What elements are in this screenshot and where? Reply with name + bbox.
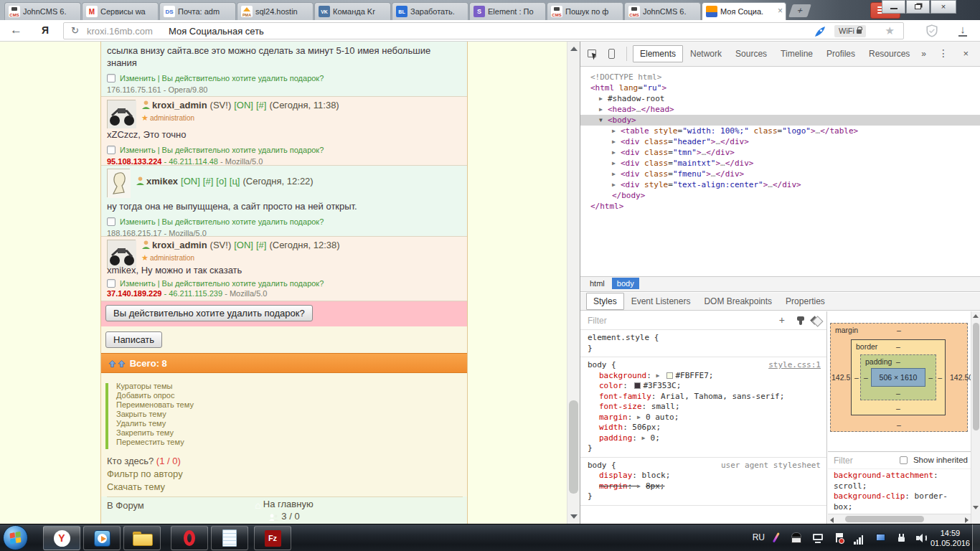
menu-item-curators[interactable]: Кураторы темы bbox=[116, 382, 463, 391]
browser-tab-active-social[interactable]: Моя Социа.× bbox=[702, 2, 786, 20]
dom-tree-line[interactable]: ▶<table style="width: 100%;" class="logo… bbox=[580, 126, 980, 136]
scroll-top-icon[interactable] bbox=[108, 359, 116, 370]
anchor-link[interactable]: [#] bbox=[256, 240, 266, 250]
c-link[interactable]: [ц] bbox=[230, 176, 240, 187]
download-icon[interactable]: ↓ bbox=[956, 23, 969, 37]
devtools-tab-sources[interactable]: Sources bbox=[729, 46, 773, 62]
action-center-flag-icon[interactable] bbox=[834, 532, 845, 544]
browser-tab-search[interactable]: CMSПошук по ф bbox=[547, 2, 623, 20]
new-tab-button[interactable]: + bbox=[788, 4, 811, 17]
omnibox[interactable]: ↻ kroxi.16mb.com Моя Социальная сеть WiF… bbox=[63, 22, 904, 39]
new-style-rule-icon[interactable]: + bbox=[779, 314, 785, 326]
browser-tab-mail[interactable]: DSПочта: adm bbox=[159, 2, 236, 20]
scroll-top-icon[interactable] bbox=[118, 359, 126, 370]
browser-tab-services[interactable]: MСервисы wa bbox=[82, 2, 159, 20]
back-button[interactable]: ← bbox=[10, 23, 22, 37]
devtools-menu-icon[interactable]: ⋮ bbox=[938, 47, 948, 59]
css-property[interactable]: font-family: Arial, Tahoma, sans-serif; bbox=[580, 392, 826, 402]
turbo-rocket-icon[interactable] bbox=[814, 26, 826, 37]
protect-shield-icon[interactable] bbox=[925, 24, 938, 37]
dom-tree-line[interactable]: ▶<div class="header">…</div> bbox=[580, 136, 980, 147]
devtools-tab-profiles[interactable]: Profiles bbox=[820, 46, 862, 62]
pin-icon[interactable] bbox=[799, 316, 802, 325]
sidebar-tab-properties[interactable]: Properties bbox=[779, 293, 831, 309]
network-signal-icon[interactable] bbox=[854, 533, 865, 545]
css-property[interactable]: color: #3F353C; bbox=[580, 381, 826, 392]
delete-gift-link[interactable]: Вы действительно хотите удалить подарок? bbox=[162, 217, 324, 226]
browser-tab-johncms-1[interactable]: CMSJohnCMS 6. bbox=[4, 2, 81, 20]
devtools-tab-timeline[interactable]: Timeline bbox=[774, 46, 819, 62]
menu-item-pin-topic[interactable]: Закрепить тему bbox=[116, 428, 463, 438]
css-rule-user-agent[interactable]: user agent stylesheetbody { display: blo… bbox=[580, 458, 826, 506]
window-close-button[interactable]: × bbox=[930, 0, 956, 14]
browser-tab-earn[interactable]: BLЗаработать. bbox=[392, 2, 468, 20]
anchor-link[interactable]: [#] bbox=[256, 100, 266, 110]
online-link[interactable]: [ON] bbox=[181, 176, 200, 187]
show-inherited-checkbox[interactable] bbox=[900, 456, 908, 464]
sidebar-tab-dom-breakpoints[interactable]: DOM Breakpoints bbox=[697, 293, 778, 309]
edit-link[interactable]: Изменить bbox=[120, 146, 156, 154]
post-checkbox[interactable] bbox=[107, 74, 116, 83]
scrollbar-thumb[interactable] bbox=[569, 400, 578, 494]
scroll-left-icon[interactable] bbox=[830, 517, 834, 523]
taskbar-media-player[interactable] bbox=[83, 526, 121, 550]
edit-link[interactable]: Изменить bbox=[120, 217, 156, 226]
menu-item-rename-topic[interactable]: Переименовать тему bbox=[116, 400, 463, 410]
mail-agent-icon[interactable] bbox=[791, 532, 802, 544]
dom-tree-line[interactable]: ▶<div style="text-align:center">…</div> bbox=[580, 179, 980, 190]
who-is-here[interactable]: Кто здесь? (1 / 0) bbox=[107, 456, 463, 466]
delete-gift-link[interactable]: Вы действительно хотите удалить подарок? bbox=[162, 146, 324, 154]
scrollbar-down-icon[interactable] bbox=[973, 506, 979, 509]
toggle-element-state-icon[interactable] bbox=[810, 316, 819, 325]
dom-tree-line[interactable]: ▶<div class="maintxt">…</div> bbox=[580, 158, 980, 169]
punto-switcher-icon[interactable] bbox=[768, 530, 784, 546]
o-link[interactable]: [о] bbox=[216, 176, 226, 187]
online-link[interactable]: [ON] bbox=[234, 100, 253, 110]
post-checkbox[interactable] bbox=[107, 217, 116, 226]
dom-tree-line[interactable]: <html lang="ru"> bbox=[580, 83, 980, 93]
metrics-vertical-scrollbar[interactable] bbox=[971, 311, 980, 524]
css-property[interactable]: background: ▶#FBFFE7; bbox=[580, 371, 826, 382]
sidebar-tab-styles[interactable]: Styles bbox=[586, 293, 624, 310]
css-property[interactable]: font-size: small; bbox=[580, 402, 826, 413]
dom-tree-line-selected[interactable]: ▼<body> bbox=[580, 115, 980, 126]
filter-by-author-link[interactable]: Фильтр по автору bbox=[107, 468, 463, 479]
scrollbar-up-icon[interactable] bbox=[570, 47, 578, 51]
taskbar-opera[interactable] bbox=[171, 526, 208, 550]
sidebar-tab-event-listeners[interactable]: Event Listeners bbox=[625, 293, 697, 309]
taskbar-filezilla[interactable]: Fz bbox=[254, 526, 291, 550]
to-forum-link[interactable]: В Форум bbox=[107, 496, 463, 511]
css-line[interactable]: element.style { bbox=[580, 333, 826, 344]
bookmark-star-icon[interactable]: ★ bbox=[885, 24, 895, 37]
taskbar-notepad[interactable] bbox=[211, 526, 248, 550]
scroll-right-icon[interactable] bbox=[965, 517, 969, 523]
computed-filter-input[interactable]: Filter bbox=[834, 456, 853, 466]
css-source-link[interactable]: style.css:1 bbox=[768, 360, 821, 371]
browser-tab-sql[interactable]: PMAsql24.hostin bbox=[237, 2, 314, 20]
browser-tab-vk[interactable]: VKКоманда Kr bbox=[314, 2, 391, 20]
taskbar-yandex-browser[interactable]: Y bbox=[43, 526, 80, 550]
device-mode-icon[interactable] bbox=[606, 48, 618, 60]
devtools-tab-resources[interactable]: Resources bbox=[862, 46, 916, 62]
browser-tab-johncms-2[interactable]: CMSJohnCMS 6. bbox=[624, 2, 701, 20]
computed-horizontal-scrollbar[interactable] bbox=[828, 514, 971, 524]
delete-gift-link[interactable]: Вы действительно хотите удалить подарок? bbox=[162, 74, 324, 83]
css-line[interactable]: } bbox=[580, 344, 826, 354]
css-property[interactable]: display: block; bbox=[580, 471, 826, 481]
post-checkbox[interactable] bbox=[107, 146, 116, 154]
devtools-tab-network[interactable]: Network bbox=[684, 46, 728, 62]
devtools-tab-elements[interactable]: Elements bbox=[633, 45, 683, 62]
edit-link[interactable]: Изменить bbox=[120, 279, 156, 288]
running-app-icon[interactable] bbox=[875, 532, 887, 544]
devtools-more-tabs[interactable]: » bbox=[917, 46, 930, 62]
breadcrumb-html[interactable]: html bbox=[585, 278, 610, 289]
page-scrollbar[interactable] bbox=[567, 42, 580, 524]
menu-item-add-poll[interactable]: Добавить опрос bbox=[116, 391, 463, 400]
edit-link[interactable]: Изменить bbox=[120, 74, 156, 83]
css-property-overridden[interactable]: margin: ▶8px; bbox=[580, 481, 826, 492]
dom-tree-line[interactable]: ▶<head>…</head> bbox=[580, 104, 980, 115]
dom-tree-line[interactable]: </html> bbox=[580, 201, 980, 212]
delete-gift-link[interactable]: Вы действительно хотите удалить подарок? bbox=[162, 279, 324, 288]
confirm-delete-button[interactable]: Вы действительно хотите удалить подарок? bbox=[105, 305, 313, 321]
scrollbar-up-icon[interactable] bbox=[973, 314, 979, 318]
